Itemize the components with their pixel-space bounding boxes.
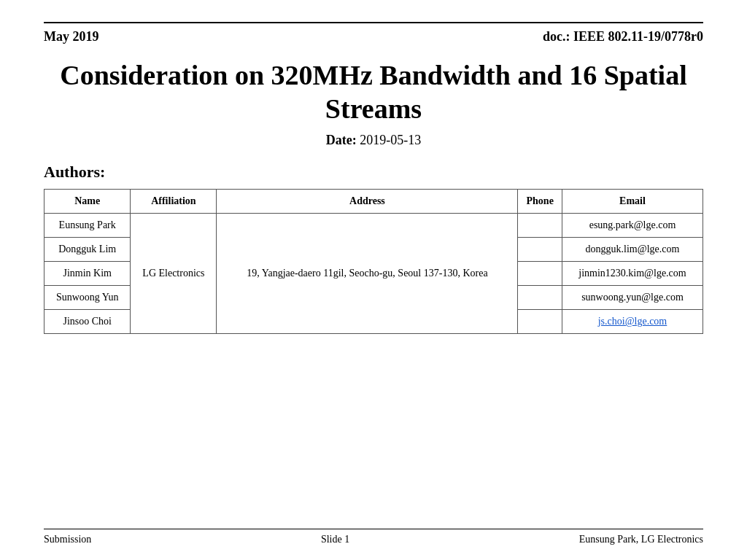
cell-name: Eunsung Park xyxy=(44,214,131,238)
col-address: Address xyxy=(217,190,518,214)
cell-phone xyxy=(518,286,562,310)
cell-name: Sunwoong Yun xyxy=(44,286,131,310)
page: May 2019 doc.: IEEE 802.11-19/0778r0 Con… xyxy=(0,0,747,560)
title-section: Consideration on 320MHz Bandwidth and 16… xyxy=(44,59,703,148)
col-name: Name xyxy=(44,190,131,214)
cell-phone xyxy=(518,214,562,238)
table-header-row: Name Affiliation Address Phone Email xyxy=(44,190,703,214)
date-line: Date: 2019-05-13 xyxy=(44,133,703,148)
col-email: Email xyxy=(562,190,703,214)
authors-section: Authors: Name Affiliation Address Phone … xyxy=(44,163,703,334)
cell-phone xyxy=(518,262,562,286)
email-link[interactable]: js.choi@lge.com xyxy=(598,316,667,327)
footer: Submission Slide 1 Eunsung Park, LG Elec… xyxy=(44,529,703,545)
date-label: Date: xyxy=(326,133,357,147)
cell-email: jinmin1230.kim@lge.com xyxy=(562,262,703,286)
authors-table: Name Affiliation Address Phone Email Eun… xyxy=(44,189,703,334)
date-value: 2019-05-13 xyxy=(360,133,421,147)
header-doc: doc.: IEEE 802.11-19/0778r0 xyxy=(543,29,703,44)
table-row: Eunsung ParkLG Electronics19, Yangjae-da… xyxy=(44,214,703,238)
cell-phone xyxy=(518,310,562,334)
footer-right: Eunsung Park, LG Electronics xyxy=(579,534,703,545)
col-phone: Phone xyxy=(518,190,562,214)
cell-affiliation: LG Electronics xyxy=(131,214,217,334)
cell-email: js.choi@lge.com xyxy=(562,310,703,334)
cell-email: esung.park@lge.com xyxy=(562,214,703,238)
header: May 2019 doc.: IEEE 802.11-19/0778r0 xyxy=(44,22,703,44)
cell-name: Dongguk Lim xyxy=(44,238,131,262)
col-affiliation: Affiliation xyxy=(131,190,217,214)
main-title: Consideration on 320MHz Bandwidth and 16… xyxy=(44,59,703,125)
footer-center: Slide 1 xyxy=(321,534,349,545)
cell-address: 19, Yangjae-daero 11gil, Seocho-gu, Seou… xyxy=(217,214,518,334)
cell-name: Jinsoo Choi xyxy=(44,310,131,334)
cell-email: sunwoong.yun@lge.com xyxy=(562,286,703,310)
header-date: May 2019 xyxy=(44,29,99,44)
cell-email: dongguk.lim@lge.com xyxy=(562,238,703,262)
cell-name: Jinmin Kim xyxy=(44,262,131,286)
footer-left: Submission xyxy=(44,534,91,545)
authors-heading: Authors: xyxy=(44,163,703,182)
cell-phone xyxy=(518,238,562,262)
